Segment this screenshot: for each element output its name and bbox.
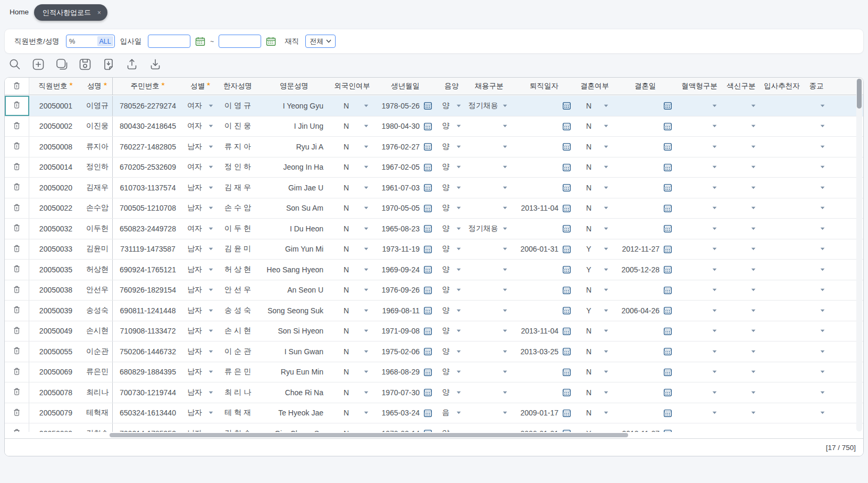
dropdown-arrow-icon[interactable] [749,350,757,353]
cell-foreigner[interactable]: N [331,116,373,137]
cell-eng[interactable]: Heo Sang Hyeon [257,260,331,280]
calendar-icon[interactable] [423,245,432,254]
table-row[interactable]: 20050080김창수700214-1785953남자김 창 수Gim Chan… [5,423,863,432]
cell-recommender[interactable] [761,403,803,423]
calendar-icon[interactable] [423,347,432,356]
cell-hire_type[interactable] [466,137,512,157]
dropdown-arrow-icon[interactable] [362,391,370,394]
cell-hanja[interactable]: 이 영 규 [218,96,257,116]
cell-religion[interactable] [803,382,830,403]
cell-color_vision[interactable] [722,260,761,280]
cell-recommender[interactable] [761,362,803,382]
dropdown-arrow-icon[interactable] [206,206,215,210]
cell-gender[interactable]: 여자 [183,96,218,116]
dropdown-arrow-icon[interactable] [206,124,215,128]
cell-recommender[interactable] [761,178,803,198]
cell-blood[interactable] [677,280,722,301]
cell-emp_no[interactable]: 20050055 [29,342,82,362]
cell-foreigner[interactable]: N [331,137,373,157]
cell-birth[interactable]: 1969-08-11 [373,301,437,321]
calendar-icon[interactable] [423,163,432,172]
cell-hanja[interactable]: 김 창 수 [218,423,257,432]
cell-hire_type[interactable] [466,157,512,178]
table-row[interactable]: 20050014정인하670205-2532609여자정 인 하Jeong In… [5,157,863,178]
cell-gender[interactable]: 남자 [183,137,218,157]
dropdown-arrow-icon[interactable] [602,227,610,230]
row-delete-button[interactable] [5,116,29,137]
cell-married[interactable]: N [576,342,613,362]
cell-retire_date[interactable]: 2006-01-31 [512,423,576,432]
cell-retire_date[interactable]: 2013-03-25 [512,342,576,362]
cell-religion[interactable] [803,178,830,198]
cell-name[interactable]: 정인하 [82,157,113,178]
cell-hire_type[interactable] [466,403,512,423]
cell-eng[interactable]: Son Su Am [257,198,331,219]
cell-foreigner[interactable]: N [331,403,373,423]
cell-recommender[interactable] [761,382,803,403]
cell-married[interactable]: Y [576,260,613,280]
row-delete-button[interactable] [5,301,29,321]
dropdown-arrow-icon[interactable] [602,268,610,271]
cell-blood[interactable] [677,239,722,260]
cell-emp_no[interactable]: 20050002 [29,116,82,137]
cell-rrn[interactable]: 780526-2279274 [113,96,183,116]
download-button[interactable] [148,58,163,73]
cell-blood[interactable] [677,219,722,239]
calendar-icon[interactable] [663,286,672,295]
dropdown-arrow-icon[interactable] [818,104,827,107]
cell-foreigner[interactable]: N [331,423,373,432]
calendar-icon[interactable] [423,122,432,131]
cell-name[interactable]: 김창수 [82,423,113,432]
dropdown-arrow-icon[interactable] [749,186,757,189]
cell-eng[interactable]: I Yeong Gyu [257,96,331,116]
calendar-icon[interactable] [423,224,432,233]
cell-religion[interactable] [803,260,830,280]
row-delete-button[interactable] [5,178,29,198]
cell-birth[interactable]: 1976-09-26 [373,280,437,301]
cell-lunar[interactable]: 양 [437,178,466,198]
cell-hanja[interactable]: 테 혁 재 [218,403,257,423]
col-header-name[interactable]: 성명★ [82,78,113,95]
cell-birth[interactable]: 1965-08-23 [373,219,437,239]
cell-recommender[interactable] [761,423,803,432]
cell-recommender[interactable] [761,116,803,137]
cell-name[interactable]: 이두헌 [82,219,113,239]
cell-hire_type[interactable] [466,423,512,432]
dropdown-arrow-icon[interactable] [710,391,719,394]
calendar-icon[interactable] [663,224,672,233]
cell-hire_type[interactable] [466,178,512,198]
cell-recommender[interactable] [761,301,803,321]
col-header-religion[interactable]: 종교 [803,78,830,95]
add-row-button[interactable] [31,58,46,73]
dropdown-arrow-icon[interactable] [749,370,757,373]
cell-recommender[interactable] [761,137,803,157]
cell-gender[interactable]: 남자 [183,382,218,403]
table-row[interactable]: 20050035허상현690924-1765121남자허 상 현Heo Sang… [5,260,863,280]
cell-emp_no[interactable]: 20050032 [29,219,82,239]
cell-blood[interactable] [677,301,722,321]
cell-marry_date[interactable] [613,96,677,116]
cell-name[interactable]: 류지아 [82,137,113,157]
cell-blood[interactable] [677,157,722,178]
horizontal-scrollbar-track[interactable] [5,432,863,438]
cell-rrn[interactable]: 760227-1482805 [113,137,183,157]
row-delete-button[interactable] [5,239,29,260]
cell-gender[interactable]: 남자 [183,423,218,432]
dropdown-arrow-icon[interactable] [749,391,757,394]
dropdown-arrow-icon[interactable] [206,411,215,414]
row-delete-button[interactable] [5,280,29,301]
cell-foreigner[interactable]: N [331,321,373,342]
dropdown-arrow-icon[interactable] [454,370,463,373]
dropdown-arrow-icon[interactable] [710,350,719,353]
calendar-icon[interactable] [562,245,571,254]
cell-rrn[interactable]: 700730-1219744 [113,382,183,403]
dropdown-arrow-icon[interactable] [749,329,757,332]
breadcrumb-home[interactable]: Home [10,8,29,16]
cell-emp_no[interactable]: 20050022 [29,198,82,219]
cell-hire_type[interactable] [466,198,512,219]
cell-hire_type[interactable] [466,116,512,137]
cell-blood[interactable] [677,342,722,362]
cell-gender[interactable]: 남자 [183,239,218,260]
calendar-icon[interactable] [423,388,432,397]
cell-religion[interactable] [803,137,830,157]
